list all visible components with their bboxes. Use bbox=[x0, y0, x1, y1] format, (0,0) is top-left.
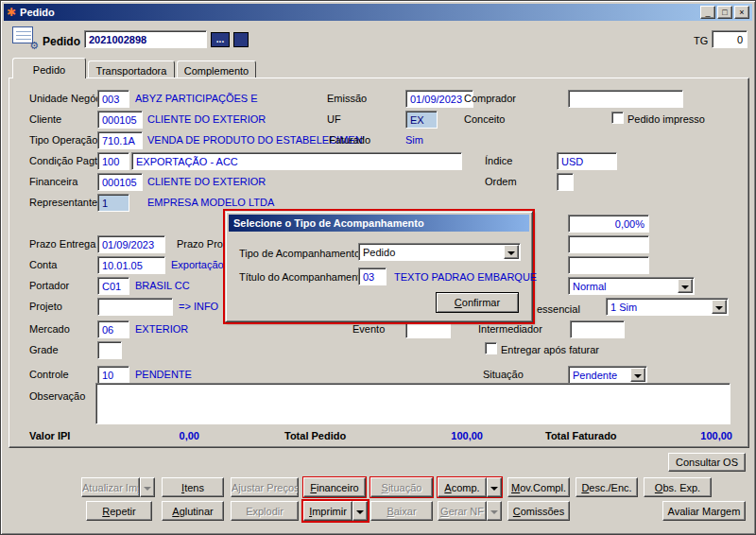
aux-icon-button[interactable] bbox=[233, 32, 249, 47]
window-titlebar[interactable]: ✱ Pedido _ □ × bbox=[4, 4, 752, 21]
tg-label: TG bbox=[694, 35, 708, 46]
itens-button[interactable]: Itens bbox=[162, 477, 224, 497]
pedido-form-icon[interactable]: ⚙ bbox=[12, 26, 37, 47]
atualizar-imp-dropdown-icon bbox=[140, 477, 155, 497]
imprimir-split: Imprimir bbox=[303, 501, 368, 521]
tab-complemento[interactable]: Complemento bbox=[177, 60, 256, 78]
repetir-button[interactable]: Repetir bbox=[86, 501, 152, 521]
acomp-dropdown-icon[interactable] bbox=[487, 477, 502, 497]
ajustar-precos-button: Ajustar Preços bbox=[231, 477, 299, 497]
ellipsis-button[interactable]: ... bbox=[211, 32, 230, 47]
consultar-os-button[interactable]: Consultar OS bbox=[668, 453, 746, 472]
avaliar-margem-button[interactable]: Avaliar Margem bbox=[662, 501, 746, 521]
acomp-button[interactable]: Acomp. bbox=[438, 477, 487, 497]
acomp-split: Acomp. bbox=[438, 477, 502, 497]
dropdown-arrow-icon[interactable] bbox=[504, 245, 519, 259]
minimize-button[interactable]: _ bbox=[700, 6, 715, 19]
gerar-nf-split: Gerar NF bbox=[438, 501, 502, 521]
imprimir-dropdown-icon[interactable] bbox=[352, 501, 368, 521]
gerar-nf-button: Gerar NF bbox=[438, 501, 487, 521]
aglutinar-button[interactable]: Aglutinar bbox=[162, 501, 224, 521]
order-number-field[interactable]: 2021002898 bbox=[84, 30, 207, 48]
titulo-acompanhamento-desc: TEXTO PADRAO EMBARQUE bbox=[394, 271, 537, 283]
close-button[interactable]: × bbox=[734, 6, 749, 19]
window-title: Pedido bbox=[20, 7, 55, 18]
explodir-button: Explodir bbox=[231, 501, 299, 521]
imprimir-button[interactable]: Imprimir bbox=[303, 501, 352, 521]
gerar-nf-dropdown-icon bbox=[487, 501, 502, 521]
obs-exp-button[interactable]: Obs. Exp. bbox=[644, 477, 712, 497]
situacao-button: Situação bbox=[370, 477, 433, 497]
dialog-titlebar[interactable]: Selecione o Tipo de Acompanhamento bbox=[229, 215, 529, 232]
app-icon: ✱ bbox=[7, 6, 16, 19]
desc-enc-button[interactable]: Desc./Enc. bbox=[576, 477, 638, 497]
mov-compl-button[interactable]: Mov.Compl. bbox=[507, 477, 570, 497]
pedido-window: ✱ Pedido _ □ × ⚙ Pedido 2021002898 ... T… bbox=[0, 0, 756, 535]
titulo-acompanhamento-code-field[interactable]: 03 bbox=[358, 268, 387, 285]
tab-transportadora[interactable]: Transportadora bbox=[88, 60, 175, 78]
gear-icon: ⚙ bbox=[29, 41, 39, 51]
tg-field[interactable]: 0 bbox=[712, 30, 747, 48]
titulo-acompanhamento-label: Título do Acompanhamento bbox=[239, 271, 367, 283]
tipo-acompanhamento-combobox[interactable]: Pedido bbox=[358, 243, 521, 261]
window-controls: _ □ × bbox=[698, 6, 749, 19]
comissoes-button[interactable]: Comissões bbox=[507, 501, 570, 521]
acompanhamento-dialog: Selecione o Tipo de Acompanhamento Tipo … bbox=[225, 211, 533, 322]
tipo-acompanhamento-value: Pedido bbox=[363, 247, 395, 258]
pedido-header-label: Pedido bbox=[43, 35, 80, 48]
maximize-button[interactable]: □ bbox=[717, 6, 732, 19]
financeiro-button[interactable]: Financeiro bbox=[303, 477, 366, 497]
confirmar-button[interactable]: Confirmar bbox=[436, 292, 519, 313]
baixar-button: Baixar bbox=[370, 501, 433, 521]
tipo-acompanhamento-label: Tipo de Acompanhamento bbox=[239, 248, 360, 259]
atualizar-imp-button: Atualizar Imp bbox=[81, 477, 140, 497]
atualizar-imp-split: Atualizar Imp bbox=[81, 477, 155, 497]
tab-pedido[interactable]: Pedido bbox=[12, 58, 86, 78]
